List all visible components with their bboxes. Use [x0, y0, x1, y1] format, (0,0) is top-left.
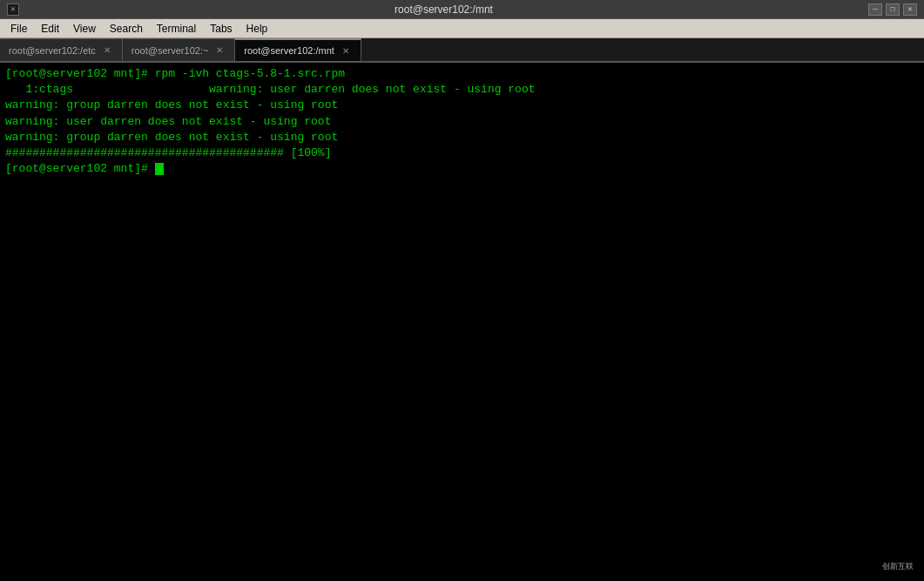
menu-edit[interactable]: Edit: [34, 21, 66, 37]
window-title: root@server102:/mnt: [19, 3, 868, 16]
terminal-cursor: [155, 163, 164, 175]
window-close-icon[interactable]: ✕: [7, 3, 19, 16]
menu-view[interactable]: View: [66, 21, 103, 37]
tab-mnt-close[interactable]: ✕: [340, 44, 352, 57]
tab-home[interactable]: root@server102:~ ✕: [123, 38, 236, 61]
watermark-text: 创新互联: [882, 562, 914, 571]
menu-file[interactable]: File: [3, 21, 34, 37]
menu-terminal[interactable]: Terminal: [150, 21, 203, 37]
title-bar-controls: ─ ❐ ✕: [868, 3, 917, 16]
tab-etc-label: root@server102:/etc: [9, 45, 96, 56]
menu-help[interactable]: Help: [239, 21, 275, 37]
menu-bar: File Edit View Search Terminal Tabs Help: [0, 19, 924, 38]
minimize-button[interactable]: ─: [868, 3, 882, 16]
terminal-output: [root@server102 mnt]# rpm -ivh ctags-5.8…: [5, 66, 919, 177]
menu-search[interactable]: Search: [103, 21, 150, 37]
tab-home-label: root@server102:~: [132, 45, 209, 56]
title-bar: ✕ root@server102:/mnt ─ ❐ ✕: [0, 0, 924, 19]
maximize-button[interactable]: ❐: [886, 3, 900, 16]
tab-etc-close[interactable]: ✕: [101, 44, 113, 57]
tab-home-close[interactable]: ✕: [213, 44, 226, 57]
title-bar-left: ✕: [7, 3, 19, 16]
menu-tabs[interactable]: Tabs: [203, 21, 239, 37]
watermark: 创新互联: [879, 559, 917, 574]
tab-mnt[interactable]: root@server102:/mnt ✕: [235, 38, 361, 61]
tab-etc[interactable]: root@server102:/etc ✕: [0, 38, 123, 61]
terminal-area[interactable]: [root@server102 mnt]# rpm -ivh ctags-5.8…: [0, 63, 924, 581]
tab-bar: root@server102:/etc ✕ root@server102:~ ✕…: [0, 38, 924, 63]
tab-mnt-label: root@server102:/mnt: [244, 45, 334, 56]
close-button[interactable]: ✕: [903, 3, 917, 16]
terminal-line-1: [root@server102 mnt]# rpm -ivh ctags-5.8…: [5, 67, 536, 175]
